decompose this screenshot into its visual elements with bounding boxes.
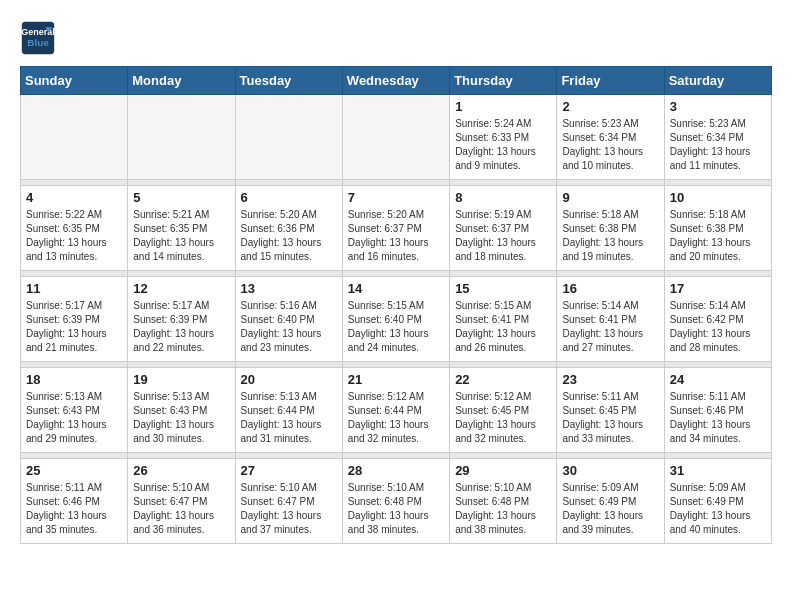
day-info: Sunrise: 5:15 AM Sunset: 6:40 PM Dayligh… (348, 299, 444, 355)
day-info: Sunrise: 5:24 AM Sunset: 6:33 PM Dayligh… (455, 117, 551, 173)
day-info: Sunrise: 5:21 AM Sunset: 6:35 PM Dayligh… (133, 208, 229, 264)
day-info: Sunrise: 5:12 AM Sunset: 6:45 PM Dayligh… (455, 390, 551, 446)
day-number: 17 (670, 281, 766, 296)
calendar-header-row: SundayMondayTuesdayWednesdayThursdayFrid… (21, 67, 772, 95)
day-info: Sunrise: 5:11 AM Sunset: 6:45 PM Dayligh… (562, 390, 658, 446)
logo: General Blue (20, 20, 60, 56)
day-info: Sunrise: 5:17 AM Sunset: 6:39 PM Dayligh… (133, 299, 229, 355)
day-number: 4 (26, 190, 122, 205)
calendar-cell: 21Sunrise: 5:12 AM Sunset: 6:44 PM Dayli… (342, 368, 449, 453)
calendar-cell: 6Sunrise: 5:20 AM Sunset: 6:36 PM Daylig… (235, 186, 342, 271)
day-info: Sunrise: 5:16 AM Sunset: 6:40 PM Dayligh… (241, 299, 337, 355)
day-number: 11 (26, 281, 122, 296)
day-info: Sunrise: 5:12 AM Sunset: 6:44 PM Dayligh… (348, 390, 444, 446)
day-number: 23 (562, 372, 658, 387)
calendar-cell (21, 95, 128, 180)
day-number: 22 (455, 372, 551, 387)
calendar-cell: 14Sunrise: 5:15 AM Sunset: 6:40 PM Dayli… (342, 277, 449, 362)
calendar-cell (342, 95, 449, 180)
day-number: 3 (670, 99, 766, 114)
calendar-cell: 13Sunrise: 5:16 AM Sunset: 6:40 PM Dayli… (235, 277, 342, 362)
calendar-cell: 31Sunrise: 5:09 AM Sunset: 6:49 PM Dayli… (664, 459, 771, 544)
calendar-table: SundayMondayTuesdayWednesdayThursdayFrid… (20, 66, 772, 544)
day-number: 29 (455, 463, 551, 478)
day-number: 24 (670, 372, 766, 387)
calendar-cell: 16Sunrise: 5:14 AM Sunset: 6:41 PM Dayli… (557, 277, 664, 362)
day-info: Sunrise: 5:23 AM Sunset: 6:34 PM Dayligh… (670, 117, 766, 173)
calendar-cell: 28Sunrise: 5:10 AM Sunset: 6:48 PM Dayli… (342, 459, 449, 544)
calendar-cell: 1Sunrise: 5:24 AM Sunset: 6:33 PM Daylig… (450, 95, 557, 180)
day-number: 25 (26, 463, 122, 478)
calendar-cell: 5Sunrise: 5:21 AM Sunset: 6:35 PM Daylig… (128, 186, 235, 271)
weekday-header-wednesday: Wednesday (342, 67, 449, 95)
calendar-week-1: 1Sunrise: 5:24 AM Sunset: 6:33 PM Daylig… (21, 95, 772, 180)
day-info: Sunrise: 5:17 AM Sunset: 6:39 PM Dayligh… (26, 299, 122, 355)
day-info: Sunrise: 5:18 AM Sunset: 6:38 PM Dayligh… (562, 208, 658, 264)
day-info: Sunrise: 5:15 AM Sunset: 6:41 PM Dayligh… (455, 299, 551, 355)
calendar-cell: 2Sunrise: 5:23 AM Sunset: 6:34 PM Daylig… (557, 95, 664, 180)
calendar-cell: 17Sunrise: 5:14 AM Sunset: 6:42 PM Dayli… (664, 277, 771, 362)
calendar-cell: 4Sunrise: 5:22 AM Sunset: 6:35 PM Daylig… (21, 186, 128, 271)
calendar-cell: 15Sunrise: 5:15 AM Sunset: 6:41 PM Dayli… (450, 277, 557, 362)
calendar-cell: 8Sunrise: 5:19 AM Sunset: 6:37 PM Daylig… (450, 186, 557, 271)
calendar-cell: 11Sunrise: 5:17 AM Sunset: 6:39 PM Dayli… (21, 277, 128, 362)
page-header: General Blue (20, 20, 772, 56)
calendar-cell: 19Sunrise: 5:13 AM Sunset: 6:43 PM Dayli… (128, 368, 235, 453)
day-info: Sunrise: 5:23 AM Sunset: 6:34 PM Dayligh… (562, 117, 658, 173)
day-number: 12 (133, 281, 229, 296)
day-number: 19 (133, 372, 229, 387)
day-number: 16 (562, 281, 658, 296)
day-number: 1 (455, 99, 551, 114)
day-info: Sunrise: 5:18 AM Sunset: 6:38 PM Dayligh… (670, 208, 766, 264)
calendar-cell: 20Sunrise: 5:13 AM Sunset: 6:44 PM Dayli… (235, 368, 342, 453)
day-info: Sunrise: 5:10 AM Sunset: 6:48 PM Dayligh… (455, 481, 551, 537)
calendar-cell: 29Sunrise: 5:10 AM Sunset: 6:48 PM Dayli… (450, 459, 557, 544)
day-number: 14 (348, 281, 444, 296)
calendar-cell: 12Sunrise: 5:17 AM Sunset: 6:39 PM Dayli… (128, 277, 235, 362)
day-info: Sunrise: 5:09 AM Sunset: 6:49 PM Dayligh… (562, 481, 658, 537)
day-number: 15 (455, 281, 551, 296)
weekday-header-tuesday: Tuesday (235, 67, 342, 95)
calendar-cell: 30Sunrise: 5:09 AM Sunset: 6:49 PM Dayli… (557, 459, 664, 544)
day-number: 7 (348, 190, 444, 205)
day-info: Sunrise: 5:14 AM Sunset: 6:42 PM Dayligh… (670, 299, 766, 355)
day-info: Sunrise: 5:09 AM Sunset: 6:49 PM Dayligh… (670, 481, 766, 537)
day-info: Sunrise: 5:11 AM Sunset: 6:46 PM Dayligh… (670, 390, 766, 446)
calendar-week-3: 11Sunrise: 5:17 AM Sunset: 6:39 PM Dayli… (21, 277, 772, 362)
day-number: 6 (241, 190, 337, 205)
calendar-cell: 9Sunrise: 5:18 AM Sunset: 6:38 PM Daylig… (557, 186, 664, 271)
day-number: 21 (348, 372, 444, 387)
calendar-cell (128, 95, 235, 180)
calendar-cell: 22Sunrise: 5:12 AM Sunset: 6:45 PM Dayli… (450, 368, 557, 453)
calendar-week-5: 25Sunrise: 5:11 AM Sunset: 6:46 PM Dayli… (21, 459, 772, 544)
day-info: Sunrise: 5:10 AM Sunset: 6:47 PM Dayligh… (133, 481, 229, 537)
day-info: Sunrise: 5:13 AM Sunset: 6:44 PM Dayligh… (241, 390, 337, 446)
day-info: Sunrise: 5:19 AM Sunset: 6:37 PM Dayligh… (455, 208, 551, 264)
calendar-cell: 23Sunrise: 5:11 AM Sunset: 6:45 PM Dayli… (557, 368, 664, 453)
calendar-cell: 24Sunrise: 5:11 AM Sunset: 6:46 PM Dayli… (664, 368, 771, 453)
day-number: 5 (133, 190, 229, 205)
weekday-header-sunday: Sunday (21, 67, 128, 95)
calendar-week-4: 18Sunrise: 5:13 AM Sunset: 6:43 PM Dayli… (21, 368, 772, 453)
day-number: 2 (562, 99, 658, 114)
day-number: 18 (26, 372, 122, 387)
day-info: Sunrise: 5:10 AM Sunset: 6:47 PM Dayligh… (241, 481, 337, 537)
day-number: 9 (562, 190, 658, 205)
calendar-cell: 26Sunrise: 5:10 AM Sunset: 6:47 PM Dayli… (128, 459, 235, 544)
weekday-header-saturday: Saturday (664, 67, 771, 95)
day-number: 30 (562, 463, 658, 478)
weekday-header-friday: Friday (557, 67, 664, 95)
day-info: Sunrise: 5:11 AM Sunset: 6:46 PM Dayligh… (26, 481, 122, 537)
day-number: 10 (670, 190, 766, 205)
day-number: 26 (133, 463, 229, 478)
day-number: 20 (241, 372, 337, 387)
day-info: Sunrise: 5:10 AM Sunset: 6:48 PM Dayligh… (348, 481, 444, 537)
calendar-cell: 7Sunrise: 5:20 AM Sunset: 6:37 PM Daylig… (342, 186, 449, 271)
calendar-cell (235, 95, 342, 180)
day-info: Sunrise: 5:13 AM Sunset: 6:43 PM Dayligh… (26, 390, 122, 446)
weekday-header-monday: Monday (128, 67, 235, 95)
day-number: 13 (241, 281, 337, 296)
day-info: Sunrise: 5:22 AM Sunset: 6:35 PM Dayligh… (26, 208, 122, 264)
calendar-week-2: 4Sunrise: 5:22 AM Sunset: 6:35 PM Daylig… (21, 186, 772, 271)
calendar-cell: 3Sunrise: 5:23 AM Sunset: 6:34 PM Daylig… (664, 95, 771, 180)
